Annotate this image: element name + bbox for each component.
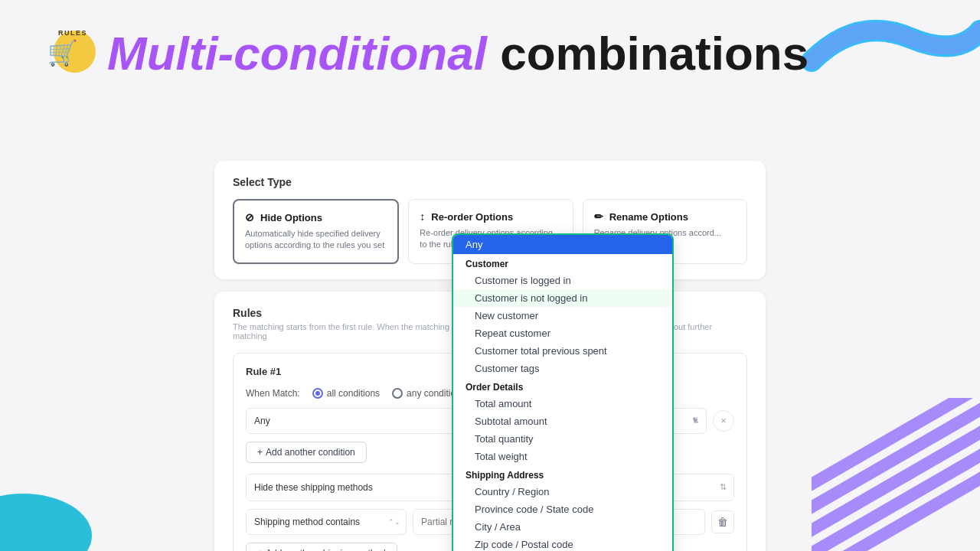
method-select-wrapper: Shipping method contains [246,509,407,535]
radio-any-circle [392,388,403,399]
dropdown-item-total-weight[interactable]: Total weight [453,448,672,465]
dropdown-item-repeat-customer[interactable]: Repeat customer [453,324,672,342]
radio-all-label: all conditions [327,388,380,399]
header-title: Multi-conditional combinations [107,30,808,77]
type-card-rename-label: Rename Options [609,211,688,223]
rename-options-icon: ✏ [594,210,603,223]
shipping-method-delete-btn[interactable]: 🗑 [711,510,734,533]
condition-delete-btn[interactable]: × [713,410,734,432]
type-card-hide-header: ⊘ Hide Options [245,211,387,223]
plus-icon: + [257,447,263,458]
dropdown-item-customer-total-spent[interactable]: Customer total previous spent [453,342,672,360]
trash-icon: 🗑 [717,516,728,528]
add-condition-button[interactable]: + Add another condition [246,442,367,463]
condition-dropdown: Any Customer Customer is logged in Custo… [452,233,674,551]
logo-rules-text: RULES [58,29,87,37]
header: RULES 🛒 Multi-conditional combinations [46,23,808,84]
dropdown-item-zip-postal[interactable]: Zip code / Postal code [453,536,672,551]
bg-stripes-bottom-right [812,398,980,551]
dropdown-group-shipping-address: Shipping Address [453,465,672,483]
dropdown-group-order-details: Order Details [453,377,672,395]
plus-shipping-icon: + [257,548,263,551]
logo-cart-icon: 🛒 [47,38,78,67]
when-match-label: When Match: [246,388,300,399]
type-card-hide-label: Hide Options [260,212,322,223]
add-shipping-button[interactable]: + Add another shipping method [246,543,397,551]
add-condition-label: Add another condition [266,447,355,458]
select-type-title: Select Type [233,176,747,188]
radio-all-conditions[interactable]: all conditions [312,388,380,399]
dropdown-item-new-customer[interactable]: New customer [453,307,672,324]
reorder-options-icon: ↕ [420,210,425,223]
dropdown-group-customer: Customer [453,254,672,272]
header-title-purple: Multi-conditional [107,27,487,80]
dropdown-item-city-area[interactable]: City / Area [453,518,672,536]
type-card-hide[interactable]: ⊘ Hide Options Automatically hide specif… [233,199,399,264]
header-title-black: combinations [500,27,808,80]
radio-group: all conditions any conditions [312,388,466,399]
type-card-rename-header: ✏ Rename Options [594,210,736,223]
dropdown-item-total-amount[interactable]: Total amount [453,395,672,412]
type-card-reorder-label: Re-order Options [431,211,513,223]
dropdown-item-province-state[interactable]: Province code / State code [453,500,672,518]
type-card-hide-desc: Automatically hide specified delivery op… [245,228,387,252]
dropdown-item-any[interactable]: Any [453,235,672,254]
svg-point-0 [0,494,92,551]
shipping-method-select[interactable]: Shipping method contains [246,509,407,535]
add-shipping-label: Add another shipping method [266,548,386,551]
bg-blob-bottom-left [0,467,122,551]
dropdown-item-country-region[interactable]: Country / Region [453,483,672,500]
dropdown-item-customer-not-logged[interactable]: Customer is not logged in [453,289,672,307]
dropdown-item-total-quantity[interactable]: Total quantity [453,430,672,448]
logo: RULES 🛒 [46,23,100,84]
type-card-reorder-header: ↕ Re-order Options [420,210,561,223]
dropdown-item-subtotal-amount[interactable]: Subtotal amount [453,412,672,430]
radio-all-circle [312,388,323,399]
dropdown-item-customer-tags[interactable]: Customer tags [453,360,672,377]
dropdown-item-customer-logged-in[interactable]: Customer is logged in [453,272,672,289]
hide-options-icon: ⊘ [245,211,254,223]
